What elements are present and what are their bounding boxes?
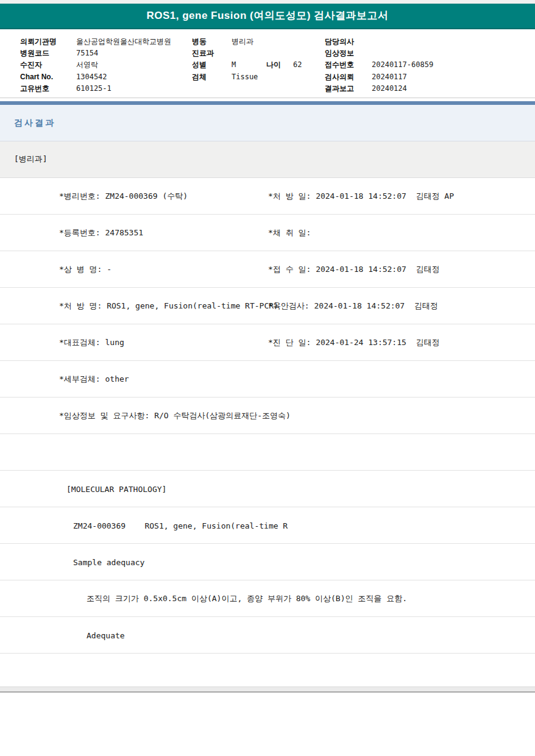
label-result-report-date: 결과보고 <box>325 84 354 94</box>
result-row: *대표검체: lung*진 단 일: 2024-01-24 13:57:15 김… <box>0 324 535 361</box>
result-row: *세부검체: other <box>0 361 535 398</box>
value-receipt-no: 20240117-60859 <box>372 60 433 70</box>
label-unique-no: 고유번호 <box>20 84 49 94</box>
value-sex: M <box>232 60 236 70</box>
result-row-text: Adequate <box>87 630 125 640</box>
label-age: 나이 <box>266 60 281 70</box>
label-department: 진료과 <box>192 48 214 59</box>
result-row-text: *처 방 명: ROS1, gene, Fusion(real-time RT-… <box>59 301 278 312</box>
patient-info-panel: 의뢰기관명 울산공업학원울산대학교병원 병동 병리과 담당의사 병원코드 751… <box>0 34 535 96</box>
bottom-divider-bar <box>0 686 535 693</box>
label-test-request-date: 검사의뢰 <box>325 72 354 82</box>
report-title: ROS1, gene Fusion (여의도성모) 검사결과보고서 <box>146 10 388 21</box>
report-title-bar: ROS1, gene Fusion (여의도성모) 검사결과보고서 <box>0 4 535 29</box>
result-row: *등록번호: 24785351*채 취 일: <box>0 215 535 251</box>
report-page: { "title_bar": { "title": "ROS1, gene Fu… <box>0 0 535 756</box>
result-row-text: *임상정보 및 요구사항: R/O 수탁검사(삼광의료재단-조영숙) <box>59 410 291 421</box>
value-result-report-date: 20240124 <box>372 84 407 94</box>
label-patient-name: 수진자 <box>20 60 42 70</box>
results-section-title: 검사결과 <box>0 105 55 140</box>
result-row: 조직의 크기가 0.5x0.5cm 이상(A)이고, 종양 부위가 80% 이상… <box>0 580 535 617</box>
result-row-text: Sample adequacy <box>73 557 144 566</box>
result-row-text: *상 병 명: - <box>59 264 112 275</box>
label-attending-doctor: 담당의사 <box>325 37 354 47</box>
value-specimen: Tissue <box>232 72 258 82</box>
result-row-text: 조직의 크기가 0.5x0.5cm 이상(A)이고, 종양 부위가 80% 이상… <box>87 593 407 604</box>
label-clinical-info: 임상정보 <box>325 48 354 59</box>
result-row: *상 병 명: -*접 수 일: 2024-01-18 14:52:07 김태정 <box>0 251 535 288</box>
value-hospital-code: 75154 <box>76 48 98 59</box>
value-chart-no: 1304542 <box>76 72 107 82</box>
value-unique-no: 610125-1 <box>76 84 112 94</box>
patient-info-row: Chart No. 1304542 검체 Tissue 검사의뢰 2024011… <box>0 72 535 82</box>
label-sex: 성별 <box>192 60 207 70</box>
value-ward: 병리과 <box>232 37 253 47</box>
label-chart-no: Chart No. <box>20 72 53 82</box>
label-receipt-no: 접수번호 <box>325 60 354 70</box>
result-row: *병리번호: ZM24-000369 (수탁)*처 방 일: 2024-01-1… <box>0 178 535 215</box>
value-requesting-institution: 울산공업학원울산대학교병원 <box>76 37 171 47</box>
result-row-text: *대표검체: lung <box>59 337 124 348</box>
value-patient-name: 서영락 <box>76 60 98 70</box>
result-row-text: *세부검체: other <box>59 374 129 385</box>
result-row-text: [MOLECULAR PATHOLOGY] <box>66 484 166 493</box>
patient-info-row: 병원코드 75154 진료과 임상정보 <box>0 48 535 59</box>
result-row: Adequate <box>0 617 535 654</box>
patient-info-row: 수진자 서영락 성별 M 나이 62 접수번호 20240117-60859 <box>0 60 535 70</box>
label-hospital-code: 병원코드 <box>20 48 49 59</box>
result-row-datetime: *육안검사: 2024-01-18 14:52:07 김태정 <box>268 301 438 312</box>
results-section-header: 검사결과 <box>0 105 535 141</box>
label-requesting-institution: 의뢰기관명 <box>20 37 57 47</box>
result-row: *처 방 명: ROS1, gene, Fusion(real-time RT-… <box>0 288 535 324</box>
patient-info-row: 고유번호 610125-1 결과보고 20240124 <box>0 84 535 94</box>
label-ward: 병동 <box>192 37 207 47</box>
value-test-request-date: 20240117 <box>372 72 407 82</box>
result-row-datetime: *접 수 일: 2024-01-18 14:52:07 김태정 <box>268 264 440 275</box>
header-divider <box>0 98 535 98</box>
patient-info-row: 의뢰기관명 울산공업학원울산대학교병원 병동 병리과 담당의사 <box>0 37 535 47</box>
result-row: [MOLECULAR PATHOLOGY] <box>0 471 535 507</box>
result-row: Sample adequacy <box>0 544 535 580</box>
result-row-datetime: *채 취 일: <box>268 227 311 238</box>
result-row-text: *등록번호: 24785351 <box>59 227 143 238</box>
result-row: *임상정보 및 요구사항: R/O 수탁검사(삼광의료재단-조영숙) <box>0 398 535 434</box>
label-specimen: 검체 <box>192 72 207 82</box>
result-row-datetime: *처 방 일: 2024-01-18 14:52:07 김태정 AP <box>268 191 454 202</box>
result-rows-container: *병리번호: ZM24-000369 (수탁)*처 방 일: 2024-01-1… <box>0 178 535 686</box>
result-row: ZM24-000369 ROS1, gene, Fusion(real-time… <box>0 507 535 544</box>
result-row <box>0 654 535 686</box>
department-band: [병리과] <box>0 141 535 178</box>
result-row-text: *병리번호: ZM24-000369 (수탁) <box>59 191 188 202</box>
result-row-datetime: *진 단 일: 2024-01-24 13:57:15 김태정 <box>268 337 440 348</box>
result-row <box>0 434 535 471</box>
value-age: 62 <box>293 60 302 70</box>
pathology-dept-label: [병리과] <box>0 141 48 177</box>
result-row-text: ZM24-000369 ROS1, gene, Fusion(real-time… <box>73 521 288 530</box>
